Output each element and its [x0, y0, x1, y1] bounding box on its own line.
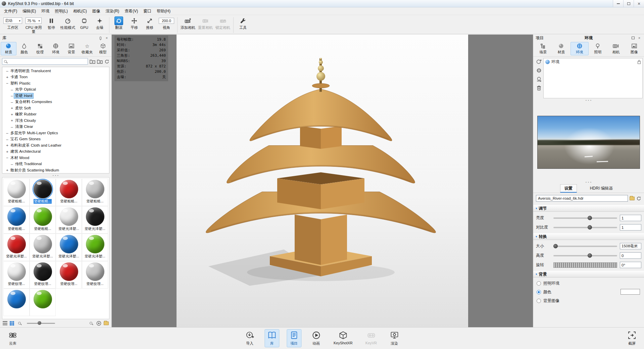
menu-edit[interactable]: 编辑(E): [20, 8, 39, 15]
tree-item[interactable]: −木材 Wood: [2, 155, 109, 161]
tree-item[interactable]: +橡胶 Rubber: [2, 111, 109, 118]
slider-knob[interactable]: [588, 216, 592, 220]
material-thumb[interactable]: [3, 289, 30, 316]
section-transform[interactable]: ▾ 转换: [533, 233, 644, 240]
tab-hdri-editor[interactable]: HDRI 编辑器: [586, 184, 617, 193]
gpu-button[interactable]: GPU: [78, 16, 91, 34]
slider-knob[interactable]: [553, 244, 558, 248]
rotation-drag-control[interactable]: [553, 262, 617, 268]
project-tab-lighting[interactable]: 照明: [589, 42, 607, 55]
contrast-value[interactable]: 1: [620, 224, 641, 231]
download-material-icon[interactable]: [96, 321, 101, 326]
menu-file[interactable]: 文件(F): [1, 8, 20, 15]
material-thumb[interactable]: 坚硬光泽塑...: [3, 234, 30, 261]
open-folder-icon[interactable]: [630, 197, 635, 200]
tree-item[interactable]: –多层光学 Multi-Layer Optics: [2, 130, 109, 136]
menu-environment[interactable]: 环境: [39, 8, 52, 15]
tab-settings[interactable]: 设置: [560, 184, 577, 193]
material-thumb[interactable]: 坚硬粗糙...: [3, 179, 30, 206]
close-button[interactable]: ×: [634, 0, 644, 7]
project-tab-environment[interactable]: 环境: [571, 42, 589, 55]
hdr-file-field[interactable]: Aversis_River-road_6k.hdr: [536, 195, 628, 202]
menu-window[interactable]: 窗口: [141, 8, 154, 15]
animation-button[interactable]: 动画: [309, 329, 324, 347]
reset-camera-button[interactable]: 重置相机: [198, 16, 213, 34]
menu-image[interactable]: 图像: [90, 8, 103, 15]
import-folder-icon[interactable]: [90, 59, 95, 64]
search-input[interactable]: [2, 58, 88, 65]
hdri-preview[interactable]: [537, 116, 640, 169]
tree-item[interactable]: +卡通 Toon: [2, 74, 109, 81]
material-thumb[interactable]: 坚硬光泽塑...: [82, 234, 108, 261]
environment-list-item[interactable]: 环境: [544, 58, 642, 65]
pin-icon[interactable]: [98, 36, 103, 40]
material-thumb[interactable]: 坚硬光泽塑...: [30, 234, 56, 261]
contrast-slider[interactable]: [553, 227, 617, 228]
add-camera-button[interactable]: 添加相机: [181, 16, 195, 34]
material-thumb[interactable]: 坚硬纹理...: [56, 261, 82, 289]
folder-icon[interactable]: [104, 321, 109, 325]
tools-button[interactable]: 工具: [237, 16, 249, 34]
radio-icon[interactable]: [537, 299, 541, 303]
library-tab-colors[interactable]: 颜色: [16, 42, 32, 55]
cpu-usage-dropdown[interactable]: 75 %▾: [26, 17, 42, 24]
grid-view-icon[interactable]: [10, 321, 14, 326]
background-color-swatch[interactable]: [621, 289, 640, 295]
brightness-slider[interactable]: [553, 217, 617, 219]
panel-splitter[interactable]: [0, 173, 111, 177]
material-thumb[interactable]: 坚硬粗糙...: [30, 206, 56, 234]
material-thumb[interactable]: 坚硬纹理...: [30, 261, 56, 289]
menu-lighting[interactable]: 照明(L): [52, 8, 70, 15]
import-button[interactable]: 导入: [242, 329, 257, 347]
tree-item[interactable]: −塑料 Plastic: [2, 80, 109, 87]
lock-camera-button[interactable]: 锁定相机: [215, 16, 230, 34]
slider-knob[interactable]: [588, 225, 592, 230]
material-thumb[interactable]: 坚硬粗糙...: [82, 179, 108, 206]
library-tab-environments[interactable]: 环境: [48, 42, 64, 55]
library-tab-favorites[interactable]: ☆ 收藏夹: [79, 42, 95, 55]
close-icon[interactable]: ×: [104, 36, 109, 40]
minimize-button[interactable]: [613, 0, 623, 7]
tree-item[interactable]: +建筑 Architectural: [2, 149, 109, 155]
slider-knob[interactable]: [38, 321, 41, 325]
library-tab-backplates[interactable]: 背景: [63, 42, 79, 55]
tree-item[interactable]: –光学 Optical: [2, 87, 109, 93]
size-slider[interactable]: [553, 246, 617, 247]
height-value[interactable]: 0: [620, 252, 641, 259]
denoise-button[interactable]: 去噪: [93, 16, 106, 34]
fov-input[interactable]: 200.0: [159, 18, 174, 24]
background-option-lighting[interactable]: 照明环境: [537, 281, 641, 286]
lock-icon[interactable]: [637, 60, 641, 64]
library-tab-models[interactable]: 模型: [95, 42, 111, 55]
performance-mode-button[interactable]: 性能模式: [60, 16, 75, 34]
tree-item[interactable]: +浑浊 Cloudy: [2, 117, 109, 124]
keyshotxr-button[interactable]: KeyShotXR: [331, 329, 355, 347]
list-view-icon[interactable]: [3, 321, 7, 325]
project-button[interactable]: 项目: [287, 329, 301, 347]
library-tab-materials[interactable]: 材质: [1, 42, 16, 55]
material-thumb-selected[interactable]: 坚硬粗糙...: [30, 179, 56, 206]
project-tab-scene[interactable]: 场景: [534, 42, 552, 55]
menu-view[interactable]: 查看(V): [122, 8, 141, 15]
section-adjust[interactable]: ▾ 调节: [533, 205, 644, 212]
library-tab-textures[interactable]: 纹理: [32, 42, 48, 55]
tree-item[interactable]: –半透明材质 Translucent: [2, 68, 109, 74]
environment-list[interactable]: 环境: [543, 58, 643, 98]
library-button[interactable]: 库: [264, 329, 279, 347]
tumble-button[interactable]: 翻滚: [112, 16, 125, 34]
project-tab-image[interactable]: 图像: [625, 42, 643, 55]
cloud-library-button[interactable]: 云库: [5, 329, 20, 347]
material-thumb[interactable]: 坚硬纹理...: [3, 261, 30, 289]
render-viewport[interactable]: [177, 35, 468, 327]
radio-icon[interactable]: [537, 281, 541, 286]
height-slider[interactable]: [553, 255, 617, 256]
unwrap-environment-icon[interactable]: [536, 77, 542, 82]
tree-item[interactable]: –宝石 Gem Stones: [2, 136, 109, 143]
project-tab-camera[interactable]: 相机: [607, 42, 625, 55]
material-thumb[interactable]: 坚硬光泽塑...: [82, 206, 108, 234]
material-thumb[interactable]: 坚硬光泽塑...: [56, 234, 82, 261]
refresh-icon[interactable]: [104, 59, 109, 64]
tree-item[interactable]: +柔软 Soft: [2, 105, 109, 111]
pause-button[interactable]: 暂停: [45, 16, 58, 34]
background-option-color[interactable]: 颜色: [537, 289, 641, 295]
